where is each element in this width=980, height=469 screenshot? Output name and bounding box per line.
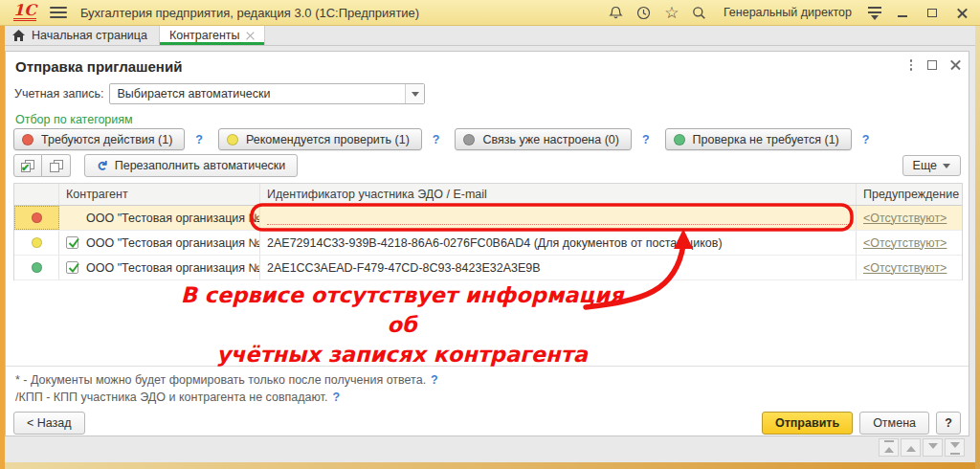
current-user[interactable]: Генеральный директор <box>724 6 852 19</box>
window-frame-right <box>975 26 980 469</box>
refill-automatically-button[interactable]: Перезаполнить автоматически <box>84 154 298 177</box>
tab-contractors[interactable]: Контрагенты <box>159 26 265 45</box>
filter-no-check-needed[interactable]: Проверка не требуется (1) <box>665 128 852 150</box>
app-window: 1С Бухгалтерия предприятия, редакция 3.0… <box>0 0 980 469</box>
scroll-up-button[interactable] <box>901 438 921 457</box>
identifier-column-header: Идентификатор участника ЭДО / E-mail <box>260 184 857 205</box>
dialog-close-icon[interactable] <box>950 59 961 70</box>
send-button[interactable]: Отправить <box>762 412 853 435</box>
red-status-icon <box>32 212 42 223</box>
account-value: Выбирается автоматически <box>110 87 405 100</box>
contractor-cell[interactable]: ООО "Тестовая организация №3" <box>59 206 260 230</box>
1c-logo: 1С <box>13 4 36 21</box>
warning-link[interactable]: <Отсутствуют> <box>863 236 947 250</box>
service-menu-icon[interactable] <box>866 6 883 19</box>
more-button[interactable]: Еще <box>902 155 961 176</box>
chevron-down-icon <box>412 92 419 100</box>
status-cell[interactable] <box>14 256 59 279</box>
identifier-cell[interactable]: 2AE72914C33-939B-4218-86A6-0276FC0B6AD4 … <box>260 231 857 255</box>
tab-close-icon[interactable] <box>246 32 255 40</box>
account-dropdown-button[interactable] <box>405 84 424 103</box>
row-checkbox[interactable] <box>66 236 78 249</box>
filter-row: Требуются действия (1) ? Рекомендуется п… <box>13 128 869 150</box>
status-cell[interactable] <box>14 231 59 255</box>
filter-check-recommended[interactable]: Рекомендуется проверить (1) <box>218 128 422 150</box>
notifications-bell-icon[interactable] <box>607 3 626 22</box>
help-button[interactable]: ? <box>936 412 961 435</box>
help-link[interactable]: ? <box>195 133 203 146</box>
warning-cell: <Отсутствуют> <box>857 206 962 230</box>
table-row[interactable]: ООО "Тестовая организация №4" 2AE72914C3… <box>14 231 962 256</box>
table-header: Контрагент Идентификатор участника ЭДО /… <box>14 184 962 206</box>
contractor-cell[interactable]: ООО "Тестовая организация №4" <box>59 231 260 255</box>
identifier-value: 2AE72914C33-939B-4218-86A6-0276FC0B6AD4 … <box>267 236 723 250</box>
tab-bar: Начальная страница Контрагенты <box>0 26 980 46</box>
contractor-name: ООО "Тестовая организация №3" <box>86 212 260 225</box>
cancel-button[interactable]: Отмена <box>859 412 929 435</box>
row-checkbox[interactable] <box>66 261 78 274</box>
status-column-header <box>14 184 59 205</box>
uncheck-all-icon <box>50 160 63 172</box>
contractors-table: Контрагент Идентификатор участника ЭДО /… <box>13 183 963 280</box>
green-status-icon <box>32 262 42 273</box>
scroll-down-button[interactable] <box>923 438 943 457</box>
contractor-cell[interactable]: ООО "Тестовая организация №2" <box>59 256 260 279</box>
warning-column-header: Предупреждение <box>857 184 962 205</box>
filter-already-configured[interactable]: Связь уже настроена (0) <box>455 128 631 150</box>
scroll-nav <box>879 438 965 457</box>
check-all-icon: ✔ <box>21 160 34 172</box>
warning-link[interactable]: <Отсутствуют> <box>863 261 947 275</box>
main-menu-icon[interactable] <box>50 5 67 20</box>
dialog-maximize-icon[interactable] <box>927 60 937 70</box>
status-cell[interactable] <box>14 206 59 230</box>
identifier-cell[interactable]: 2AE1CC3AEAD-F479-47CD-8C93-8423E32A3E9B <box>260 256 857 279</box>
account-select[interactable]: Выбирается автоматически <box>109 83 425 104</box>
contractor-name: ООО "Тестовая организация №4" <box>86 236 260 250</box>
check-all-button[interactable]: ✔ <box>13 154 42 177</box>
maximize-button[interactable] <box>922 4 943 21</box>
scroll-last-button[interactable] <box>945 438 965 457</box>
account-label: Учетная запись: <box>14 87 103 100</box>
dialog-buttons: < Назад Отправить Отмена ? <box>13 412 961 435</box>
window-title: Бухгалтерия предприятия, редакция 3.0 (1… <box>80 6 419 20</box>
help-link[interactable]: ? <box>642 133 650 146</box>
tab-home-label: Начальная страница <box>32 29 147 42</box>
arrow-down-icon <box>928 443 938 454</box>
uncheck-all-button[interactable] <box>42 154 71 177</box>
identifier-value: 2AE1CC3AEAD-F479-47CD-8C93-8423E32A3E9B <box>267 261 541 275</box>
scroll-first-button[interactable] <box>879 438 899 457</box>
arrow-down-icon <box>950 442 960 453</box>
filter-actions-required[interactable]: Требуются действия (1) <box>13 128 185 150</box>
identifier-cell[interactable] <box>260 206 857 230</box>
green-status-icon <box>674 134 685 145</box>
help-link[interactable]: ? <box>862 133 870 146</box>
help-link[interactable]: ? <box>431 373 438 387</box>
footer-divider <box>6 366 969 367</box>
contractor-column-header: Контрагент <box>59 184 260 205</box>
tab-contractors-label: Контрагенты <box>169 29 240 42</box>
warning-link[interactable]: <Отсутствуют> <box>863 212 947 225</box>
filters-label: Отбор по категориям <box>15 113 133 126</box>
window-frame-bottom <box>0 462 980 469</box>
arrow-up-icon <box>906 441 916 452</box>
account-row: Учетная запись: Выбирается автоматически <box>14 83 425 104</box>
window-frame-left <box>0 26 5 469</box>
tab-home[interactable]: Начальная страница <box>0 26 159 45</box>
dialog-title: Отправка приглашений <box>15 58 182 75</box>
table-row[interactable]: ООО "Тестовая организация №3" <Отсутству… <box>14 206 962 231</box>
search-icon[interactable] <box>690 3 709 22</box>
minimize-button[interactable] <box>892 4 913 21</box>
footnote-asterisk: * - Документы можно будет формировать то… <box>15 373 438 387</box>
required-field-line <box>267 224 849 225</box>
close-button[interactable] <box>951 4 972 21</box>
dialog-more-icon[interactable] <box>908 57 915 73</box>
help-link[interactable]: ? <box>433 133 440 146</box>
favorites-star-icon[interactable] <box>662 3 681 22</box>
refresh-icon <box>97 158 108 173</box>
help-link[interactable]: ? <box>332 391 340 404</box>
yellow-status-icon <box>227 134 238 145</box>
yellow-status-icon <box>32 237 42 248</box>
back-button[interactable]: < Назад <box>13 412 85 435</box>
table-row[interactable]: ООО "Тестовая организация №2" 2AE1CC3AEA… <box>14 256 962 280</box>
history-icon[interactable] <box>635 3 654 22</box>
